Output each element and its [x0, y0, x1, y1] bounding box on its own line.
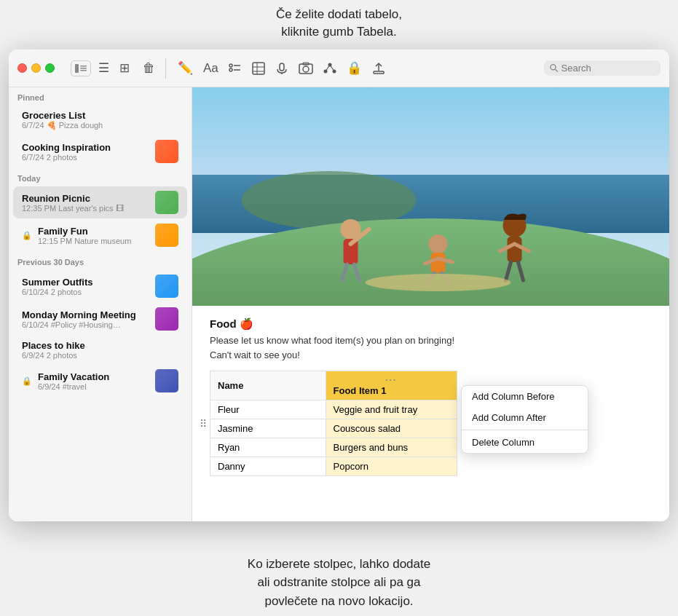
svg-line-21: [330, 65, 334, 71]
edit-button[interactable]: ✏️: [175, 59, 196, 77]
svg-rect-8: [253, 63, 264, 74]
top-annotation: Če želite dodati tabelo, kliknite gumb T…: [0, 6, 678, 41]
svg-rect-22: [374, 71, 384, 74]
minimize-button[interactable]: [31, 63, 41, 73]
svg-rect-1: [80, 66, 87, 67]
food-table: Name ··· Food Item 1 Fleur: [210, 371, 457, 476]
sidebar-item-subtitle: 6/10/24 2 photos: [22, 288, 149, 296]
sidebar-item-title: Places to hike: [22, 340, 178, 351]
photo-button[interactable]: [296, 60, 316, 76]
sidebar: Pinned Groceries List 6/7/24 🍕 Pizza dou…: [9, 87, 192, 521]
right-toolbar: ✏️ Aa 🔒: [175, 59, 661, 77]
left-toolbar-icons: ☰ ⊞ 🗑: [97, 59, 157, 77]
svg-rect-2: [80, 68, 87, 69]
sidebar-item-title: Summer Outfits: [22, 277, 149, 288]
sidebar-item-title: Reunion Picnic: [22, 193, 149, 204]
sidebar-item-summer[interactable]: Summer Outfits 6/10/24 2 photos: [13, 270, 187, 302]
table-cell-name: Danny: [210, 457, 326, 476]
table-cell-food: Couscous salad: [326, 419, 457, 438]
sidebar-item-cooking[interactable]: Cooking Inspiration 6/7/24 2 photos: [13, 135, 187, 167]
delete-column-item[interactable]: Delete Column: [462, 432, 588, 453]
col-food-header[interactable]: ··· Food Item 1: [326, 371, 457, 400]
toolbar-divider: [165, 58, 166, 79]
table-row: Fleur Veggie and fruit tray: [210, 400, 457, 419]
svg-point-47: [366, 274, 511, 291]
svg-rect-36: [431, 253, 446, 273]
lock-icon: 🔒: [22, 231, 32, 240]
table-cell-food: Burgers and buns: [326, 438, 457, 457]
sidebar-item-monday[interactable]: Monday Morning Meeting 6/10/24 #Policy #…: [13, 303, 187, 335]
table-cell-food: Veggie and fruit tray: [326, 400, 457, 419]
sidebar-item-title: Family Fun: [38, 226, 149, 237]
sidebar-item-groceries[interactable]: Groceries List 6/7/24 🍕 Pizza dough: [13, 106, 187, 135]
sidebar-item-thumb: [155, 140, 178, 163]
col-name-header: Name: [210, 371, 326, 400]
lock-button[interactable]: 🔒: [344, 59, 365, 77]
share-button[interactable]: [320, 60, 339, 76]
context-menu: Add Column Before Add Column After Delet…: [461, 385, 588, 454]
table-cell-name: Jasmine: [210, 419, 326, 438]
close-button[interactable]: [17, 63, 27, 73]
svg-rect-0: [75, 64, 79, 73]
table-row: Jasmine Couscous salad: [210, 419, 457, 438]
add-column-before-item[interactable]: Add Column Before: [462, 386, 588, 407]
svg-point-24: [551, 65, 556, 70]
app-window: ☰ ⊞ 🗑 ✏️ Aa 🔒: [9, 50, 669, 521]
svg-point-4: [229, 64, 232, 67]
pinned-section-label: Pinned: [9, 87, 192, 105]
table-drag-handle[interactable]: ⠿: [200, 418, 207, 430]
sidebar-item-title: Groceries List: [22, 110, 178, 121]
sidebar-item-reunion[interactable]: Reunion Picnic 12:35 PM Last year's pics…: [13, 186, 187, 218]
sidebar-item-title: Family Vacation: [38, 371, 149, 382]
delete-button[interactable]: 🗑: [141, 60, 157, 77]
sidebar-item-title: Monday Morning Meeting: [22, 309, 149, 320]
main-content: Food 🍎 Please let us know what food item…: [192, 87, 669, 521]
format-button[interactable]: Aa: [200, 60, 221, 77]
sidebar-item-subtitle: 6/9/24 #travel: [38, 382, 149, 391]
checklist-button[interactable]: [226, 60, 245, 76]
sidebar-item-thumb: [155, 307, 178, 331]
sidebar-item-subtitle: 6/7/24 🍕 Pizza dough: [22, 121, 178, 130]
sidebar-item-subtitle: 12:35 PM Last year's pics 🎞: [22, 204, 149, 213]
today-section-label: Today: [9, 168, 192, 186]
sidebar-item-thumb: [155, 224, 178, 247]
list-view-button[interactable]: ☰: [97, 59, 111, 77]
search-bar[interactable]: [544, 60, 661, 76]
sidebar-item-family-vacation[interactable]: 🔒 Family Vacation 6/9/24 #travel: [13, 365, 187, 397]
lock-icon: 🔒: [22, 376, 32, 386]
sidebar-item-thumb: [155, 369, 178, 392]
sidebar-item-family-fun[interactable]: 🔒 Family Fun 12:15 PM Nature museum: [13, 219, 187, 251]
sidebar-toggle-button[interactable]: [71, 60, 91, 76]
svg-rect-12: [280, 63, 284, 71]
table-wrapper: ⠿ Name ··· Food Item 1: [210, 371, 457, 476]
maximize-button[interactable]: [45, 63, 55, 73]
svg-line-20: [326, 65, 330, 71]
sidebar-item-places[interactable]: Places to hike 6/9/24 2 photos: [13, 336, 187, 364]
upload-button[interactable]: [369, 60, 388, 76]
scene-svg: [192, 87, 669, 306]
add-column-after-item[interactable]: Add Column After: [462, 407, 588, 428]
note-body: Food 🍎 Please let us know what food item…: [192, 306, 669, 491]
note-title: Food 🍎: [210, 317, 652, 331]
table-button[interactable]: [249, 60, 268, 76]
title-bar: ☰ ⊞ 🗑 ✏️ Aa 🔒: [9, 50, 669, 87]
sidebar-item-subtitle: 6/7/24 2 photos: [22, 153, 149, 162]
note-body-text: Please let us know what food item(s) you…: [210, 333, 652, 362]
table-row: Ryan Burgers and buns: [210, 438, 457, 457]
content-area: Pinned Groceries List 6/7/24 🍕 Pizza dou…: [9, 87, 669, 521]
sidebar-item-title: Cooking Inspiration: [22, 142, 149, 153]
photo-area: [192, 87, 669, 306]
grid-view-button[interactable]: ⊞: [118, 59, 131, 77]
svg-point-35: [429, 234, 448, 253]
col-dots: ···: [334, 375, 450, 385]
menu-separator: [462, 430, 588, 430]
table-cell-name: Ryan: [210, 438, 326, 457]
svg-rect-3: [80, 70, 87, 71]
svg-point-6: [229, 68, 232, 71]
prev30-section-label: Previous 30 Days: [9, 252, 192, 269]
audio-button[interactable]: [272, 60, 291, 76]
table-row: Danny Popcorn: [210, 457, 457, 476]
table-cell-food: Popcorn: [326, 457, 457, 476]
search-input[interactable]: [561, 63, 655, 74]
svg-line-25: [556, 69, 558, 71]
